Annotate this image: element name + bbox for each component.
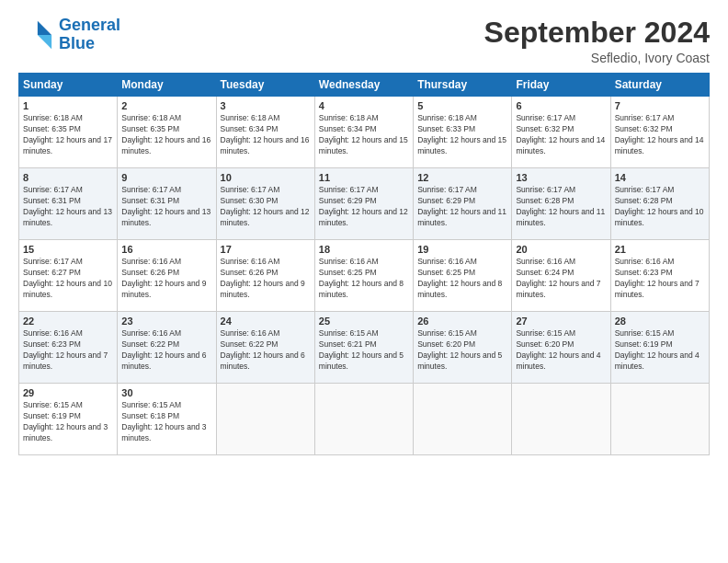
day-number: 8	[23, 172, 113, 183]
day-detail: Sunrise: 6:17 AMSunset: 6:31 PMDaylight:…	[121, 185, 211, 229]
logo-line2: Blue	[59, 34, 95, 52]
calendar-cell: 28Sunrise: 6:15 AMSunset: 6:19 PMDayligh…	[610, 312, 709, 384]
calendar-cell	[512, 384, 610, 455]
calendar-cell: 10Sunrise: 6:17 AMSunset: 6:30 PMDayligh…	[216, 168, 314, 240]
day-number: 28	[615, 316, 705, 327]
day-detail: Sunrise: 6:16 AMSunset: 6:23 PMDaylight:…	[23, 328, 113, 373]
day-detail: Sunrise: 6:17 AMSunset: 6:27 PMDaylight:…	[23, 257, 113, 301]
calendar-cell: 8Sunrise: 6:17 AMSunset: 6:31 PMDaylight…	[19, 168, 118, 240]
day-number: 18	[319, 244, 409, 255]
col-sunday: Sunday	[19, 74, 118, 97]
logo: General Blue	[18, 17, 120, 53]
svg-marker-1	[38, 35, 51, 49]
day-detail: Sunrise: 6:17 AMSunset: 6:30 PMDaylight:…	[221, 185, 311, 229]
day-detail: Sunrise: 6:17 AMSunset: 6:29 PMDaylight:…	[417, 185, 507, 229]
day-detail: Sunrise: 6:15 AMSunset: 6:20 PMDaylight:…	[417, 328, 507, 373]
calendar-cell: 30Sunrise: 6:15 AMSunset: 6:18 PMDayligh…	[118, 384, 216, 455]
day-number: 29	[23, 387, 113, 398]
day-detail: Sunrise: 6:18 AMSunset: 6:33 PMDaylight:…	[417, 113, 507, 157]
calendar-cell: 20Sunrise: 6:16 AMSunset: 6:24 PMDayligh…	[512, 240, 610, 312]
day-number: 2	[121, 100, 211, 111]
calendar-cell	[610, 384, 709, 455]
day-number: 26	[417, 316, 507, 327]
calendar-cell: 15Sunrise: 6:17 AMSunset: 6:27 PMDayligh…	[19, 240, 118, 312]
day-number: 30	[121, 387, 211, 398]
calendar-cell: 7Sunrise: 6:17 AMSunset: 6:32 PMDaylight…	[610, 97, 709, 168]
calendar-cell: 27Sunrise: 6:15 AMSunset: 6:20 PMDayligh…	[512, 312, 610, 384]
col-friday: Friday	[512, 74, 610, 97]
day-number: 14	[615, 172, 705, 183]
day-detail: Sunrise: 6:17 AMSunset: 6:28 PMDaylight:…	[516, 185, 606, 229]
col-thursday: Thursday	[414, 74, 512, 97]
svg-marker-0	[38, 21, 51, 35]
day-number: 7	[615, 100, 705, 111]
day-detail: Sunrise: 6:15 AMSunset: 6:20 PMDaylight:…	[516, 328, 606, 373]
calendar-cell	[414, 384, 512, 455]
day-number: 11	[319, 172, 409, 183]
day-detail: Sunrise: 6:15 AMSunset: 6:19 PMDaylight:…	[615, 328, 705, 373]
calendar-cell: 26Sunrise: 6:15 AMSunset: 6:20 PMDayligh…	[414, 312, 512, 384]
calendar-cell: 6Sunrise: 6:17 AMSunset: 6:32 PMDaylight…	[512, 97, 610, 168]
calendar-cell: 5Sunrise: 6:18 AMSunset: 6:33 PMDaylight…	[414, 97, 512, 168]
calendar-cell: 13Sunrise: 6:17 AMSunset: 6:28 PMDayligh…	[512, 168, 610, 240]
day-number: 20	[516, 244, 606, 255]
day-detail: Sunrise: 6:16 AMSunset: 6:24 PMDaylight:…	[516, 257, 606, 301]
calendar-cell: 25Sunrise: 6:15 AMSunset: 6:21 PMDayligh…	[314, 312, 413, 384]
day-detail: Sunrise: 6:16 AMSunset: 6:23 PMDaylight:…	[615, 257, 705, 301]
day-number: 23	[121, 316, 211, 327]
day-detail: Sunrise: 6:16 AMSunset: 6:25 PMDaylight:…	[319, 257, 409, 301]
day-number: 9	[121, 172, 211, 183]
day-number: 27	[516, 316, 606, 327]
day-detail: Sunrise: 6:16 AMSunset: 6:22 PMDaylight:…	[221, 328, 311, 373]
col-monday: Monday	[118, 74, 216, 97]
header: General Blue September 2024 Sefledio, Iv…	[18, 17, 710, 65]
calendar-cell: 11Sunrise: 6:17 AMSunset: 6:29 PMDayligh…	[314, 168, 413, 240]
calendar-cell: 12Sunrise: 6:17 AMSunset: 6:29 PMDayligh…	[414, 168, 512, 240]
calendar-cell: 1Sunrise: 6:18 AMSunset: 6:35 PMDaylight…	[19, 97, 118, 168]
calendar-week-0: 1Sunrise: 6:18 AMSunset: 6:35 PMDaylight…	[19, 97, 710, 168]
day-number: 3	[221, 100, 311, 111]
calendar-cell: 17Sunrise: 6:16 AMSunset: 6:26 PMDayligh…	[216, 240, 314, 312]
calendar-week-1: 8Sunrise: 6:17 AMSunset: 6:31 PMDaylight…	[19, 168, 710, 240]
day-detail: Sunrise: 6:18 AMSunset: 6:34 PMDaylight:…	[319, 113, 409, 157]
calendar-cell: 14Sunrise: 6:17 AMSunset: 6:28 PMDayligh…	[610, 168, 709, 240]
header-row: Sunday Monday Tuesday Wednesday Thursday…	[19, 74, 710, 97]
calendar-cell: 18Sunrise: 6:16 AMSunset: 6:25 PMDayligh…	[314, 240, 413, 312]
day-detail: Sunrise: 6:15 AMSunset: 6:21 PMDaylight:…	[319, 328, 409, 373]
day-number: 5	[417, 100, 507, 111]
page: General Blue September 2024 Sefledio, Iv…	[0, 0, 728, 563]
title-block: September 2024 Sefledio, Ivory Coast	[484, 17, 710, 65]
calendar-week-4: 29Sunrise: 6:15 AMSunset: 6:19 PMDayligh…	[19, 384, 710, 455]
calendar-cell: 23Sunrise: 6:16 AMSunset: 6:22 PMDayligh…	[118, 312, 216, 384]
calendar-cell: 2Sunrise: 6:18 AMSunset: 6:35 PMDaylight…	[118, 97, 216, 168]
day-detail: Sunrise: 6:17 AMSunset: 6:29 PMDaylight:…	[319, 185, 409, 229]
calendar-table: Sunday Monday Tuesday Wednesday Thursday…	[18, 73, 710, 455]
day-detail: Sunrise: 6:17 AMSunset: 6:32 PMDaylight:…	[516, 113, 606, 157]
day-number: 22	[23, 316, 113, 327]
day-number: 17	[221, 244, 311, 255]
logo-line1: General	[59, 16, 120, 34]
day-detail: Sunrise: 6:17 AMSunset: 6:32 PMDaylight:…	[615, 113, 705, 157]
calendar-cell: 22Sunrise: 6:16 AMSunset: 6:23 PMDayligh…	[19, 312, 118, 384]
day-number: 13	[516, 172, 606, 183]
day-detail: Sunrise: 6:16 AMSunset: 6:26 PMDaylight:…	[221, 257, 311, 301]
calendar-cell: 19Sunrise: 6:16 AMSunset: 6:25 PMDayligh…	[414, 240, 512, 312]
day-detail: Sunrise: 6:18 AMSunset: 6:34 PMDaylight:…	[221, 113, 311, 157]
month-title: September 2024	[484, 17, 710, 49]
calendar-cell: 4Sunrise: 6:18 AMSunset: 6:34 PMDaylight…	[314, 97, 413, 168]
day-number: 24	[221, 316, 311, 327]
day-detail: Sunrise: 6:18 AMSunset: 6:35 PMDaylight:…	[121, 113, 211, 157]
day-detail: Sunrise: 6:17 AMSunset: 6:28 PMDaylight:…	[615, 185, 705, 229]
calendar-header: Sunday Monday Tuesday Wednesday Thursday…	[19, 74, 710, 97]
calendar-cell: 21Sunrise: 6:16 AMSunset: 6:23 PMDayligh…	[610, 240, 709, 312]
day-number: 4	[319, 100, 409, 111]
day-detail: Sunrise: 6:17 AMSunset: 6:31 PMDaylight:…	[23, 185, 113, 229]
calendar-cell: 24Sunrise: 6:16 AMSunset: 6:22 PMDayligh…	[216, 312, 314, 384]
day-number: 10	[221, 172, 311, 183]
calendar-week-2: 15Sunrise: 6:17 AMSunset: 6:27 PMDayligh…	[19, 240, 710, 312]
day-detail: Sunrise: 6:15 AMSunset: 6:19 PMDaylight:…	[23, 400, 113, 444]
col-saturday: Saturday	[610, 74, 709, 97]
day-number: 15	[23, 244, 113, 255]
day-number: 21	[615, 244, 705, 255]
logo-text: General Blue	[59, 17, 120, 53]
